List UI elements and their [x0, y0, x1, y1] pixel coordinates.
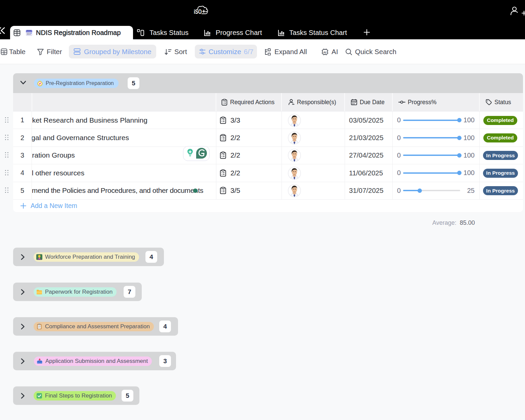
svg-text:iSO: iSO [194, 8, 202, 15]
svg-text:AI: AI [323, 50, 326, 54]
